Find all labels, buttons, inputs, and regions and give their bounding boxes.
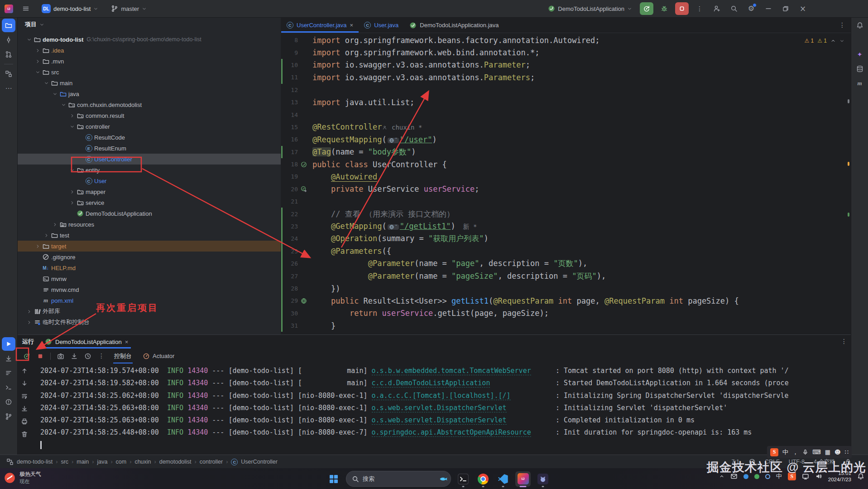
tree-item-entity[interactable]: entity [18,165,281,175]
endpoint-globe-icon[interactable]: ˇ [388,224,399,230]
taskbar-app-intellij[interactable]: IJ [515,471,531,487]
tool-stripe-step-down[interactable] [2,352,15,365]
tree-item--mvn[interactable]: .mvn [18,56,281,67]
taskbar-search-input[interactable]: 搜索 [346,471,451,487]
console-print-icon[interactable] [19,416,29,426]
taskbar-app-terminal[interactable] [456,471,471,487]
close-icon[interactable]: × [350,22,354,29]
editor-tab-demotodolistapplication-java[interactable]: DemoTodoListApplication.java [404,18,504,33]
tree-item-demotodolistapplication[interactable]: DemoTodoListApplication [18,208,281,219]
breadcrumb-item[interactable]: java [97,459,107,465]
tree-item-user[interactable]: CUser [18,175,281,186]
chevron-right-icon[interactable] [34,48,41,53]
tree-item-resultcode[interactable]: CResultCode [18,132,281,143]
tool-stripe-more[interactable]: ⋯ [2,82,15,95]
inspections-widget[interactable]: ⚠ 1 ⚠ 1 [804,38,844,44]
endpoint-globe-icon[interactable]: ˇ [388,138,399,143]
console-arrow-down-icon[interactable] [19,378,29,388]
tree-item-java[interactable]: java [18,88,281,99]
console-rerun-button[interactable] [21,351,32,362]
weather-widget[interactable]: 极热天气 现在 [4,470,41,485]
thread-dump-button[interactable] [55,351,66,362]
grid-icon[interactable]: ∷ [845,449,849,455]
beanarrow-gutter-icon[interactable] [298,186,310,192]
tree-item--idea[interactable]: .idea [18,45,281,56]
line-number[interactable]: 18 [283,161,298,168]
tab-actuator[interactable]: Actuator [139,353,178,360]
taskbar-app-chrome[interactable] [475,471,491,487]
tree-item-resultenum[interactable]: EResultEnum [18,143,281,154]
chevron-right-icon[interactable] [43,233,50,238]
chevron-down-icon[interactable] [60,102,67,107]
close-icon[interactable]: × [125,339,129,345]
console-more-button[interactable]: ⋮ [96,351,107,362]
rerun-button[interactable] [640,2,653,15]
tool-stripe-maven[interactable]: m [853,77,867,90]
line-number[interactable]: 30 [283,310,298,317]
breadcrumb-item[interactable]: UserController [241,459,278,465]
ime-punct-icon[interactable]: ， [792,448,798,456]
tool-stripe-notifications[interactable] [853,19,867,32]
branch-selector[interactable]: master [108,4,150,14]
prev-problem-icon[interactable] [830,38,836,44]
restore-layout-button[interactable] [69,351,80,362]
line-number[interactable]: 28 [283,285,298,292]
more-actions-button[interactable]: ⋮ [693,3,706,15]
project-tree[interactable]: demo-todo-listG:\chuxin-cs\spring-boot-d… [18,34,281,334]
chevron-right-icon[interactable] [34,59,41,64]
kebab-icon[interactable]: ⋮ [841,338,847,345]
tool-stripe-pull-request[interactable] [2,48,15,61]
tree-item-main[interactable]: main [18,77,281,88]
editor-tab-user-java[interactable]: CUser.java [359,18,404,33]
code-area[interactable]: 8import org.springframework.beans.factor… [281,34,851,334]
tree-item-resources[interactable]: resources [18,219,281,230]
line-number[interactable]: 13 [283,99,298,106]
chevron-down-icon[interactable] [68,124,76,129]
tool-stripe-structure[interactable] [2,67,15,81]
line-number[interactable]: 29 [283,297,298,304]
tab-list-kebab-icon[interactable]: ⋮ [839,22,851,29]
breadcrumb-item[interactable]: demotodolist [159,459,192,465]
maximize-button[interactable] [779,3,792,15]
breadcrumb-item[interactable]: src [61,459,68,465]
line-number[interactable]: 19 [283,173,298,180]
breadcrumb-item[interactable]: com [116,459,127,465]
tree-item-target[interactable]: target [18,241,281,252]
tool-stripe-sort-lines[interactable] [2,366,15,380]
tree-item-mvnw[interactable]: mvnw [18,273,281,284]
console-trash-icon[interactable] [19,429,29,439]
chevron-right-icon[interactable] [25,309,33,314]
console-scroll-end-icon[interactable] [19,404,29,414]
line-number[interactable]: 11 [283,74,298,81]
stop-button[interactable] [675,2,689,15]
minimize-button[interactable] [762,3,775,15]
line-number[interactable]: 21 [283,198,298,205]
tree-item-mvnw-cmd[interactable]: mvnw.cmd [18,284,281,295]
chevron-down-icon[interactable] [39,22,44,27]
chevron-right-icon[interactable] [51,222,58,227]
code-with-me-button[interactable] [710,3,723,15]
line-number[interactable]: 15 [283,124,298,131]
console-arrow-up-icon[interactable] [19,366,29,376]
breadcrumb-item[interactable]: controller [200,459,223,465]
edit-config-button[interactable] [82,351,93,362]
tree-item-src[interactable]: src [18,67,281,77]
line-number[interactable]: 26 [283,260,298,267]
chevron-down-icon[interactable] [34,70,41,75]
close-button[interactable]: × [796,3,809,15]
line-number[interactable]: 17 [283,149,298,155]
line-number[interactable]: 25 [283,248,298,255]
keyboard-icon[interactable]: ⌨ [812,449,821,455]
tree-item-common-result[interactable]: common.result [18,110,281,121]
main-menu-button[interactable] [19,3,32,15]
breadcrumb-item[interactable]: main [77,459,89,465]
editor-tab-usercontroller-java[interactable]: CUserController.java× [281,18,359,33]
breadcrumb-item[interactable]: demo-todo-list [17,459,53,465]
tool-stripe-git-branch[interactable] [2,410,15,423]
chevron-right-icon[interactable] [68,113,76,118]
search-everywhere-button[interactable] [728,3,740,15]
tool-stripe-terminal[interactable] [2,381,15,394]
line-number[interactable]: 23 [283,223,298,230]
tree-item--gitignore[interactable]: .gitignore [18,252,281,262]
tool-stripe-problems[interactable] [2,395,15,409]
